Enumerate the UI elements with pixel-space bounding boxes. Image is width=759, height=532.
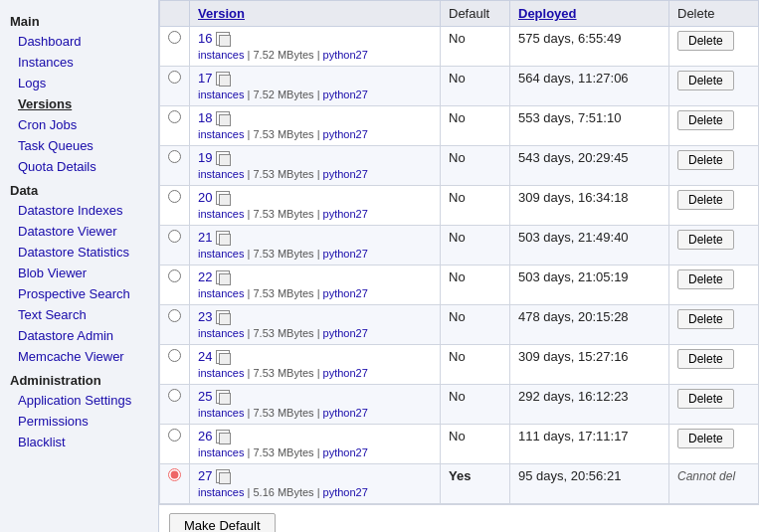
sidebar-item-datastore-viewer[interactable]: Datastore Viewer (0, 221, 158, 242)
delete-button-22[interactable]: Delete (677, 269, 734, 289)
row-radio-cell[interactable] (160, 305, 190, 345)
row-delete-cell[interactable]: Delete (669, 27, 759, 67)
version-radio-22[interactable] (168, 269, 181, 282)
version-radio-24[interactable] (168, 349, 181, 362)
runtime-link[interactable]: python27 (323, 208, 368, 220)
version-number-link[interactable]: 26 (198, 429, 212, 443)
runtime-link[interactable]: python27 (323, 248, 368, 260)
version-radio-19[interactable] (168, 150, 181, 163)
col-sort-deployed[interactable]: Deployed (518, 6, 577, 21)
row-radio-cell[interactable] (160, 385, 190, 425)
row-radio-cell[interactable] (160, 146, 190, 186)
sidebar-item-application-settings[interactable]: Application Settings (0, 390, 158, 411)
sidebar-item-blob-viewer[interactable]: Blob Viewer (0, 263, 158, 283)
row-radio-cell[interactable] (160, 27, 190, 67)
runtime-link[interactable]: python27 (323, 287, 368, 299)
delete-button-25[interactable]: Delete (677, 389, 734, 409)
sidebar-item-prospective-search[interactable]: Prospective Search (0, 283, 158, 304)
copy-icon[interactable] (216, 270, 230, 284)
instances-link[interactable]: instances (198, 128, 244, 140)
sidebar-item-blacklist[interactable]: Blacklist (0, 432, 158, 452)
version-radio-21[interactable] (168, 230, 181, 243)
sidebar-item-datastore-admin[interactable]: Datastore Admin (0, 325, 158, 346)
row-delete-cell[interactable]: Delete (669, 226, 759, 266)
version-radio-16[interactable] (168, 31, 181, 44)
delete-button-18[interactable]: Delete (677, 110, 734, 130)
row-delete-cell[interactable]: Delete (669, 146, 759, 186)
delete-button-16[interactable]: Delete (677, 31, 734, 51)
instances-link[interactable]: instances (198, 367, 244, 379)
runtime-link[interactable]: python27 (323, 407, 368, 419)
instances-link[interactable]: instances (198, 486, 244, 498)
sidebar-item-quota-details[interactable]: Quota Details (0, 156, 158, 177)
instances-link[interactable]: instances (198, 89, 244, 100)
col-sort-version[interactable]: Version (198, 6, 245, 21)
copy-icon[interactable] (216, 231, 230, 245)
delete-button-21[interactable]: Delete (677, 230, 734, 250)
row-delete-cell[interactable]: Delete (669, 186, 759, 226)
col-header-version[interactable]: Version (190, 1, 441, 27)
runtime-link[interactable]: python27 (323, 486, 368, 498)
instances-link[interactable]: instances (198, 446, 244, 458)
runtime-link[interactable]: python27 (323, 89, 368, 100)
runtime-link[interactable]: python27 (323, 49, 368, 61)
row-radio-cell[interactable] (160, 425, 190, 464)
version-number-link[interactable]: 27 (198, 468, 212, 483)
runtime-link[interactable]: python27 (323, 367, 368, 379)
version-number-link[interactable]: 17 (198, 71, 212, 86)
row-radio-cell[interactable] (160, 226, 190, 266)
delete-button-19[interactable]: Delete (677, 150, 734, 170)
sidebar-item-task-queues[interactable]: Task Queues (0, 135, 158, 156)
row-delete-cell[interactable]: Delete (669, 345, 759, 385)
sidebar-item-datastore-statistics[interactable]: Datastore Statistics (0, 242, 158, 263)
version-radio-25[interactable] (168, 389, 181, 402)
row-delete-cell[interactable]: Delete (669, 266, 759, 305)
version-number-link[interactable]: 22 (198, 269, 212, 284)
instances-link[interactable]: instances (198, 327, 244, 339)
runtime-link[interactable]: python27 (323, 168, 368, 180)
sidebar-item-text-search[interactable]: Text Search (0, 304, 158, 325)
version-number-link[interactable]: 18 (198, 110, 212, 125)
version-radio-20[interactable] (168, 190, 181, 203)
version-number-link[interactable]: 23 (198, 309, 212, 324)
instances-link[interactable]: instances (198, 287, 244, 299)
row-delete-cell[interactable]: Delete (669, 106, 759, 146)
copy-icon[interactable] (216, 430, 230, 443)
copy-icon[interactable] (216, 191, 230, 205)
sidebar-item-instances[interactable]: Instances (0, 52, 158, 73)
sidebar-item-memcache-viewer[interactable]: Memcache Viewer (0, 346, 158, 367)
sidebar-item-permissions[interactable]: Permissions (0, 411, 158, 432)
row-radio-cell[interactable] (160, 186, 190, 226)
copy-icon[interactable] (216, 72, 230, 86)
row-delete-cell[interactable]: Delete (669, 385, 759, 425)
version-number-link[interactable]: 24 (198, 349, 212, 364)
row-radio-cell[interactable] (160, 67, 190, 106)
row-radio-cell[interactable] (160, 106, 190, 146)
sidebar-item-versions[interactable]: Versions (0, 93, 158, 114)
version-radio-17[interactable] (168, 71, 181, 84)
version-number-link[interactable]: 20 (198, 190, 212, 205)
row-delete-cell[interactable]: Delete (669, 305, 759, 345)
delete-button-17[interactable]: Delete (677, 71, 734, 90)
version-number-link[interactable]: 25 (198, 389, 212, 404)
row-radio-cell[interactable] (160, 266, 190, 305)
version-radio-23[interactable] (168, 309, 181, 322)
row-radio-cell[interactable] (160, 464, 190, 504)
runtime-link[interactable]: python27 (323, 446, 368, 458)
copy-icon[interactable] (216, 350, 230, 364)
sidebar-item-datastore-indexes[interactable]: Datastore Indexes (0, 200, 158, 221)
runtime-link[interactable]: python27 (323, 327, 368, 339)
copy-icon[interactable] (216, 310, 230, 324)
sidebar-item-cron-jobs[interactable]: Cron Jobs (0, 114, 158, 135)
instances-link[interactable]: instances (198, 208, 244, 220)
instances-link[interactable]: instances (198, 248, 244, 260)
version-radio-18[interactable] (168, 110, 181, 123)
copy-icon[interactable] (216, 469, 230, 483)
version-radio-26[interactable] (168, 429, 181, 442)
copy-icon[interactable] (216, 111, 230, 125)
version-number-link[interactable]: 21 (198, 230, 212, 245)
version-number-link[interactable]: 16 (198, 31, 212, 46)
col-header-deployed[interactable]: Deployed (510, 1, 669, 27)
instances-link[interactable]: instances (198, 168, 244, 180)
runtime-link[interactable]: python27 (323, 128, 368, 140)
